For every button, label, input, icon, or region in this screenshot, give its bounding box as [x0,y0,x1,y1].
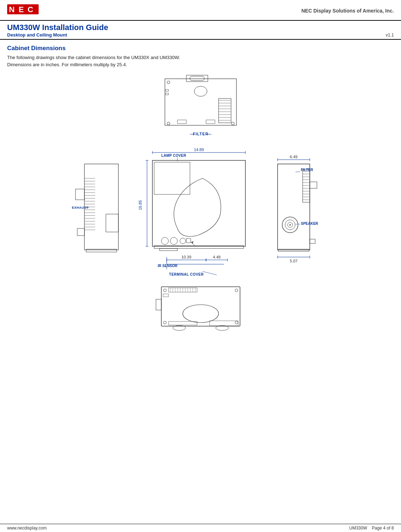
svg-rect-16 [219,98,231,123]
svg-rect-142 [156,299,161,310]
svg-point-123 [235,289,238,292]
bottom-view-container [143,281,258,340]
svg-rect-120 [161,287,240,326]
svg-point-124 [163,321,166,324]
svg-text:6.49: 6.49 [290,155,297,159]
svg-rect-67 [154,246,244,248]
section-description: The following drawings show the cabinet … [7,54,394,68]
svg-text:10.39: 10.39 [181,255,191,259]
svg-rect-20 [166,90,168,91]
svg-text:N: N [9,5,15,14]
svg-text:C: C [28,5,33,14]
svg-rect-22 [177,120,186,124]
svg-rect-114 [310,239,315,243]
page-header: N E C NEC Display Solutions of America, … [0,0,401,21]
svg-rect-21 [166,93,168,95]
section-title: Cabinet Dimensions [7,45,394,52]
footer-model-page: UM330W Page 4 of 8 [349,526,394,531]
svg-text:4.48: 4.48 [213,255,220,259]
svg-rect-49 [77,228,84,236]
doc-version: v1.1 [386,33,394,38]
svg-marker-66 [191,241,194,244]
svg-rect-50 [86,249,117,252]
svg-point-7 [194,86,207,96]
title-section: UM330W Installation Guide Desktop and Ce… [0,21,401,40]
svg-point-18 [231,122,234,125]
svg-point-121 [183,305,219,323]
svg-text:14.89: 14.89 [194,147,204,152]
doc-title: UM330W Installation Guide [7,23,394,32]
svg-rect-47 [106,214,118,232]
svg-text:E: E [19,5,24,14]
svg-point-62 [170,237,177,245]
svg-text:TERMINAL COVER: TERMINAL COVER [169,272,204,276]
svg-text:LAMP COVER: LAMP COVER [161,154,186,158]
top-view-container: FILTER [143,72,258,140]
svg-rect-6 [190,76,204,81]
svg-point-112 [289,224,291,226]
svg-line-87 [202,271,217,275]
svg-rect-139 [168,321,197,325]
svg-rect-4 [165,79,236,125]
svg-text:16.85: 16.85 [138,200,142,211]
subtitle-row: Desktop and Ceiling Mount v1.1 [7,32,394,39]
svg-text:IR SENSOR: IR SENSOR [158,264,178,268]
svg-text:FILTER: FILTER [193,132,209,136]
company-name: NEC Display Solutions of America, Inc. [301,8,394,14]
svg-rect-115 [278,249,309,251]
left-side-view: EXHAUST [72,150,127,271]
svg-point-125 [235,321,238,324]
doc-subtitle: Desktop and Ceiling Mount [7,32,67,38]
svg-point-63 [180,238,186,244]
svg-point-17 [167,122,170,125]
svg-text:5.07: 5.07 [290,259,297,263]
logo-area: N E C [7,4,39,18]
svg-point-19 [167,81,170,84]
middle-row: EXHAUST 14.89 LAMP COVER [7,142,394,279]
svg-rect-59 [152,160,245,246]
svg-rect-113 [310,182,317,188]
svg-rect-64 [186,238,191,243]
svg-rect-23 [206,120,215,124]
diagrams-container: FILTER [7,72,394,344]
bottom-view-diagram [143,281,258,340]
main-content: Cabinet Dimensions The following drawing… [0,40,401,348]
svg-rect-48 [75,189,84,200]
page-footer: www.necdisplay.com UM330W Page 4 of 8 [0,524,401,532]
svg-rect-68 [160,248,177,251]
svg-text:SPEAKER: SPEAKER [301,222,318,226]
svg-rect-106 [303,169,310,202]
front-view: 14.89 LAMP COVER [131,142,263,279]
nec-logo: N E C [7,4,39,18]
top-view-diagram: FILTER [143,72,258,140]
svg-rect-143 [210,321,238,326]
svg-point-61 [161,237,168,245]
svg-rect-126 [163,294,168,297]
footer-website: www.necdisplay.com [7,526,47,531]
svg-point-122 [163,289,166,292]
right-side-view: 6.49 FILTER [267,150,329,271]
